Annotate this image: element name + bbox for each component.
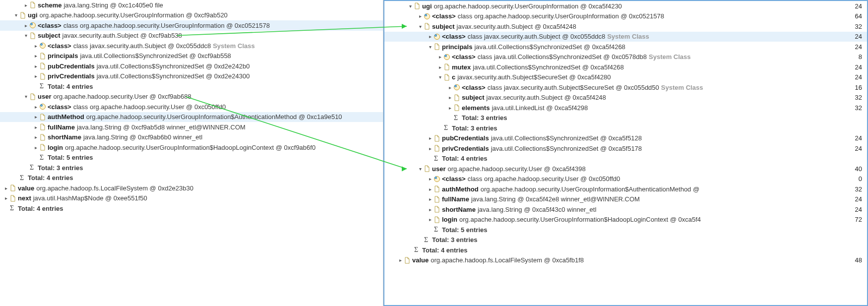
chevron-right-icon[interactable]: ▸ bbox=[447, 105, 453, 111]
chevron-right-icon[interactable]: ▸ bbox=[33, 114, 39, 120]
tree-row[interactable]: ΣTotal: 4 entries bbox=[0, 81, 383, 92]
tree-row[interactable]: ▸<class>class org.apache.hadoop.security… bbox=[384, 11, 867, 22]
tree-row[interactable]: ▾cjavax.security.auth.Subject$SecureSet … bbox=[384, 72, 867, 83]
chevron-right-icon[interactable]: ▸ bbox=[427, 196, 433, 202]
tree-row[interactable]: ΣTotal: 5 entries bbox=[0, 153, 383, 163]
chevron-down-icon[interactable]: ▾ bbox=[437, 74, 443, 80]
tree-row[interactable]: ▸schemejava.lang.String @ 0xc1c405e0 fil… bbox=[0, 0, 383, 10]
sigma-icon: Σ bbox=[39, 82, 47, 90]
tree-row[interactable]: ▸privCredentialsjava.util.Collections$Sy… bbox=[384, 143, 867, 154]
chevron-right-icon[interactable]: ▸ bbox=[3, 185, 9, 191]
tree-row[interactable]: ▾ugiorg.apache.hadoop.security.UserGroup… bbox=[384, 1, 867, 11]
class-icon bbox=[39, 42, 47, 50]
chevron-right-icon[interactable]: ▸ bbox=[437, 54, 443, 60]
chevron-right-icon[interactable]: ▸ bbox=[427, 217, 433, 222]
tree-row[interactable]: ΣTotal: 4 entries bbox=[0, 203, 383, 214]
tree-row[interactable]: ▾userorg.apache.hadoop.security.User @ 0… bbox=[384, 164, 867, 174]
chevron-right-icon[interactable]: ▸ bbox=[427, 135, 433, 141]
tree-row[interactable]: ▸shortNamejava.lang.String @ 0xca5f43c0 … bbox=[384, 204, 867, 215]
tree-row[interactable]: ▸authMethodorg.apache.hadoop.security.Us… bbox=[0, 112, 383, 122]
tree-row[interactable]: ▸<class>class javax.security.auth.Subjec… bbox=[0, 41, 383, 51]
file-icon bbox=[453, 104, 461, 112]
tree-row[interactable]: ▸<class>class org.apache.hadoop.security… bbox=[384, 174, 867, 184]
chevron-right-icon[interactable]: ▸ bbox=[427, 186, 433, 192]
chevron-right-icon[interactable]: ▸ bbox=[427, 146, 433, 151]
tree-row[interactable]: ΣTotal: 3 entries bbox=[384, 113, 867, 123]
tree-row[interactable]: ▾userorg.apache.hadoop.security.User @ 0… bbox=[0, 92, 383, 102]
chevron-right-icon[interactable]: ▸ bbox=[23, 23, 29, 28]
tree-row[interactable]: ▸<class>class java.util.Collections$Sync… bbox=[384, 52, 867, 62]
chevron-right-icon[interactable]: ▸ bbox=[447, 95, 453, 100]
tree-row[interactable]: ▸shortNamejava.lang.String @ 0xcf9ab6b0 … bbox=[0, 132, 383, 143]
tree-row[interactable]: ▸<class>class org.apache.hadoop.security… bbox=[0, 20, 383, 31]
right-heap-tree-pane[interactable]: ▾ugiorg.apache.hadoop.security.UserGroup… bbox=[383, 0, 868, 306]
node-value: class javax.security.auth.Subject$Secure… bbox=[488, 84, 659, 91]
tree-row[interactable]: ▸privCredentialsjava.util.Collections$Sy… bbox=[0, 71, 383, 82]
tree-row[interactable]: ΣTotal: 4 entries bbox=[384, 245, 867, 255]
tree-row[interactable]: ΣTotal: 3 entries bbox=[384, 123, 867, 133]
chevron-right-icon[interactable]: ▸ bbox=[447, 85, 453, 90]
tree-row[interactable]: ▸principalsjava.util.Collections$Synchro… bbox=[0, 51, 383, 61]
tree-row[interactable]: ▸fullNamejava.lang.String @ 0xca5f42e8 w… bbox=[384, 194, 867, 205]
chevron-down-icon[interactable]: ▾ bbox=[427, 44, 433, 50]
chevron-right-icon[interactable]: ▸ bbox=[33, 145, 39, 150]
chevron-right-icon[interactable]: ▸ bbox=[33, 43, 39, 49]
tree-row[interactable]: ▸valueorg.apache.hadoop.fs.LocalFileSyst… bbox=[0, 183, 383, 193]
tree-row[interactable]: ▸fullNamejava.lang.String @ 0xcf9ab5d8 w… bbox=[0, 122, 383, 132]
chevron-right-icon[interactable]: ▸ bbox=[33, 53, 39, 59]
chevron-right-icon[interactable]: ▸ bbox=[397, 257, 403, 263]
retained-size-cell: 32 bbox=[855, 185, 862, 193]
tree-row[interactable]: ▾principalsjava.util.Collections$Synchro… bbox=[384, 42, 867, 52]
tree-row[interactable]: ΣTotal: 3 entries bbox=[0, 163, 383, 173]
tree-row[interactable]: ▸pubCredentialsjava.util.Collections$Syn… bbox=[384, 133, 867, 144]
svg-point-3 bbox=[41, 44, 43, 46]
chevron-right-icon[interactable]: ▸ bbox=[427, 34, 433, 39]
chevron-right-icon[interactable]: ▸ bbox=[33, 73, 39, 79]
chevron-down-icon[interactable]: ▾ bbox=[13, 12, 19, 18]
tree-row[interactable]: ΣTotal: 4 entries bbox=[0, 173, 383, 184]
chevron-right-icon[interactable]: ▸ bbox=[33, 63, 39, 69]
tree-row[interactable]: ▸elementsjava.util.LinkedList @ 0xca5f42… bbox=[384, 103, 867, 113]
tree-row[interactable]: ▸<class>class javax.security.auth.Subjec… bbox=[384, 82, 867, 93]
chevron-down-icon[interactable]: ▾ bbox=[407, 3, 413, 9]
chevron-down-icon[interactable]: ▾ bbox=[23, 94, 29, 99]
chevron-right-icon[interactable]: ▸ bbox=[427, 207, 433, 212]
tree-row[interactable]: ▸loginorg.apache.hadoop.security.UserGro… bbox=[0, 142, 383, 153]
sigma-icon: Σ bbox=[39, 154, 47, 162]
left-heap-tree-pane[interactable]: ▸schemejava.lang.String @ 0xc1c405e0 fil… bbox=[0, 0, 383, 306]
chevron-down-icon[interactable]: ▾ bbox=[23, 33, 29, 38]
tree-row[interactable]: ▸<class>class javax.security.auth.Subjec… bbox=[384, 32, 867, 42]
chevron-right-icon[interactable]: ▸ bbox=[427, 176, 433, 182]
class-icon bbox=[29, 21, 37, 29]
tree-row[interactable]: ▾subjectjavax.security.auth.Subject @ 0x… bbox=[0, 31, 383, 41]
file-icon bbox=[39, 143, 47, 151]
chevron-right-icon[interactable]: ▸ bbox=[437, 64, 443, 70]
chevron-right-icon[interactable]: ▸ bbox=[3, 195, 9, 201]
tree-row[interactable]: ▸pubCredentialsjava.util.Collections$Syn… bbox=[0, 61, 383, 71]
tree-row[interactable]: ▸nextjava.util.HashMap$Node @ 0xee551f50 bbox=[0, 193, 383, 204]
tree-row[interactable]: ▸mutexjava.util.Collections$Synchronized… bbox=[384, 62, 867, 72]
tree-row[interactable]: ΣTotal: 4 entries bbox=[384, 154, 867, 164]
node-name: <class> bbox=[48, 42, 71, 50]
file-icon bbox=[433, 43, 441, 51]
tree-row[interactable]: ▾ugiorg.apache.hadoop.security.UserGroup… bbox=[0, 10, 383, 21]
chevron-right-icon[interactable]: ▸ bbox=[33, 134, 39, 140]
chevron-down-icon[interactable]: ▾ bbox=[417, 24, 423, 29]
node-value: Total: 3 entries bbox=[432, 236, 478, 244]
chevron-right-icon[interactable]: ▸ bbox=[33, 124, 39, 130]
tree-row[interactable]: ▸loginorg.apache.hadoop.security.UserGro… bbox=[384, 215, 867, 225]
file-icon bbox=[443, 63, 451, 71]
class-icon bbox=[433, 175, 441, 183]
tree-row[interactable]: ▸valueorg.apache.hadoop.fs.LocalFileSyst… bbox=[384, 255, 867, 266]
tree-row[interactable]: ▸<class>class org.apache.hadoop.security… bbox=[0, 102, 383, 112]
tree-row[interactable]: ΣTotal: 3 entries bbox=[384, 235, 867, 245]
file-icon bbox=[39, 72, 47, 80]
chevron-right-icon[interactable]: ▸ bbox=[417, 13, 423, 19]
tree-row[interactable]: ▸subjectjavax.security.auth.Subject @ 0x… bbox=[384, 93, 867, 103]
chevron-right-icon[interactable]: ▸ bbox=[33, 104, 39, 110]
tree-row[interactable]: ▸authMethodorg.apache.hadoop.security.Us… bbox=[384, 184, 867, 194]
chevron-down-icon[interactable]: ▾ bbox=[417, 166, 423, 172]
chevron-right-icon[interactable]: ▸ bbox=[23, 2, 29, 8]
tree-row[interactable]: ▾subjectjavax.security.auth.Subject @ 0x… bbox=[384, 21, 867, 32]
tree-row[interactable]: ΣTotal: 5 entries bbox=[384, 225, 867, 235]
